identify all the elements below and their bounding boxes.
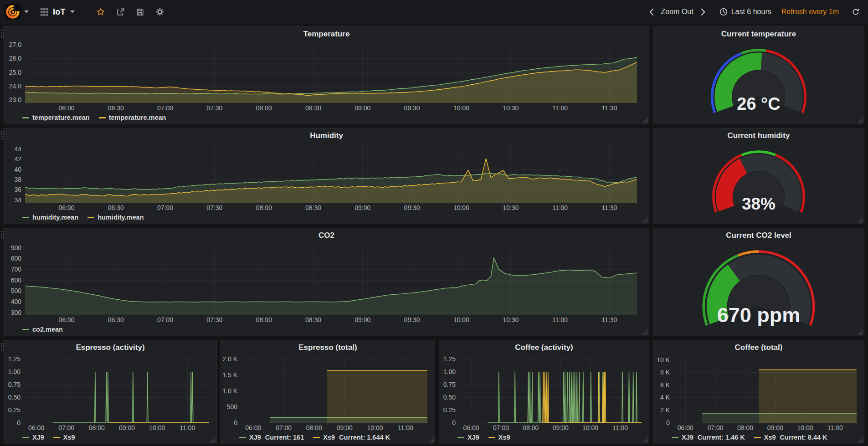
svg-text:08:30: 08:30 [305, 104, 321, 112]
panel-humidity: Humidity 06:0006:3007:0007:3008:0008:300… [4, 128, 649, 224]
panel-title-temperature[interactable]: Temperature [4, 27, 649, 39]
save-button[interactable] [135, 7, 145, 17]
svg-text:1.00: 1.00 [443, 368, 456, 375]
refresh-interval-picker[interactable]: Refresh every 1m [781, 7, 840, 17]
panel-title-current-humidity[interactable]: Current humidity [653, 128, 864, 141]
svg-text:10:00: 10:00 [582, 424, 598, 431]
gauge-current-temperature[interactable]: 26 °C [653, 39, 864, 124]
panel-title-espresso-activity[interactable]: Espresso (activity) [4, 340, 216, 353]
svg-text:0.75: 0.75 [8, 381, 21, 388]
legend-series-marker [313, 437, 320, 438]
navbar: IoT [0, 0, 868, 24]
chart-coffee-activity[interactable]: 06:0007:0008:0009:0010:0011:0000.250.500… [439, 353, 649, 432]
gauge-current-humidity[interactable]: 38% [653, 141, 864, 224]
svg-text:0.50: 0.50 [8, 394, 21, 401]
refresh-interval-label: Refresh every 1m [781, 8, 839, 16]
legend-item-Xs9[interactable]: Xs9Current: 1.644 K [313, 434, 390, 441]
dashboard-picker[interactable]: IoT [33, 0, 86, 24]
svg-text:24.0: 24.0 [9, 82, 21, 90]
chart-espresso-activity[interactable]: 06:0007:0008:0009:0010:0011:0000.250.500… [4, 353, 216, 432]
zoom-out-left-button[interactable] [648, 7, 655, 17]
svg-text:10:30: 10:30 [503, 316, 519, 323]
svg-text:1.00: 1.00 [8, 368, 21, 375]
svg-text:0: 0 [234, 419, 237, 426]
svg-text:07:00: 07:00 [493, 424, 509, 431]
legend-item-temperature.mean[interactable]: temperature.mean [22, 114, 90, 121]
dashboard-actions [86, 6, 165, 17]
legend-item-humidity.mean[interactable]: humidity.mean [87, 214, 144, 221]
legend-series-label: Xs9 [63, 434, 75, 441]
legend-item-XJ9[interactable]: XJ9Current: 161 [239, 434, 304, 441]
legend-item-Xs9[interactable]: Xs9 [488, 434, 510, 441]
svg-text:10:00: 10:00 [367, 424, 383, 431]
legend-series-label: temperature.mean [32, 114, 90, 121]
svg-text:26.0: 26.0 [9, 55, 21, 62]
panel-title-current-temperature[interactable]: Current temperature [653, 27, 864, 39]
svg-text:23.0: 23.0 [9, 96, 21, 103]
legend-series-label: Xs9 [764, 434, 776, 441]
svg-text:10:00: 10:00 [797, 424, 813, 431]
refresh-button[interactable] [851, 7, 861, 17]
star-button[interactable] [95, 6, 106, 17]
legend-espresso-activity: XJ9Xs9 [22, 432, 213, 442]
legend-series-marker [754, 437, 761, 438]
legend-item-Xs9[interactable]: Xs9 [53, 434, 75, 441]
share-button[interactable] [115, 7, 126, 17]
chart-espresso-total[interactable]: 06:0007:0008:0009:0010:0011:0005001.0 K1… [221, 353, 435, 432]
legend-item-XJ9[interactable]: XJ9Current: 1.46 K [672, 434, 745, 441]
legend-item-Xs9[interactable]: Xs9Current: 8.44 K [754, 434, 827, 441]
legend-series-label: Xs9 [498, 434, 510, 441]
svg-text:09:30: 09:30 [404, 104, 420, 112]
svg-text:08:00: 08:00 [256, 104, 272, 112]
legend-item-XJ9[interactable]: XJ9 [22, 434, 44, 441]
svg-text:0.25: 0.25 [443, 406, 456, 414]
gear-icon [155, 7, 164, 16]
grafana-logo-button[interactable] [0, 0, 33, 24]
svg-text:11:30: 11:30 [601, 104, 617, 112]
legend-coffee-activity: XJ9Xs9 [457, 432, 645, 442]
time-range-picker[interactable]: Last 6 hours [719, 7, 772, 17]
panel-title-current-co2[interactable]: Current CO2 level [653, 228, 864, 241]
svg-text:07:00: 07:00 [276, 424, 292, 431]
chevron-left-icon [649, 8, 654, 16]
zoom-out-button[interactable]: Zoom Out [660, 7, 694, 17]
legend-item-temperature.mean[interactable]: temperature.mean [99, 114, 166, 121]
gauge-current-co2[interactable]: 670 ppm [653, 241, 864, 336]
svg-text:10:30: 10:30 [503, 104, 519, 112]
panel-title-co2[interactable]: CO2 [4, 228, 649, 241]
svg-text:0.75: 0.75 [443, 381, 456, 388]
chart-coffee-total[interactable]: 06:0007:0008:0009:0010:0011:0002 K4 K6 K… [653, 353, 864, 432]
panel-title-humidity[interactable]: Humidity [4, 128, 649, 141]
legend-series-marker [22, 437, 29, 438]
legend-series-label: XJ9 [249, 434, 261, 441]
chart-humidity[interactable]: 06:0006:3007:0007:3008:0008:3009:0009:30… [4, 141, 649, 212]
svg-text:06:00: 06:00 [58, 316, 74, 323]
svg-text:09:00: 09:00 [337, 424, 353, 431]
settings-button[interactable] [154, 6, 165, 17]
panel-title-espresso-total[interactable]: Espresso (total) [221, 340, 435, 353]
legend-co2: co2.mean [22, 324, 645, 334]
panel-title-coffee-activity[interactable]: Coffee (activity) [439, 340, 649, 353]
svg-text:0: 0 [452, 419, 456, 426]
legend-item-XJ9[interactable]: XJ9 [457, 434, 479, 441]
svg-text:11:00: 11:00 [552, 104, 568, 112]
legend-item-humidity.mean[interactable]: humidity.mean [22, 214, 78, 221]
chart-co2[interactable]: 06:0006:3007:0007:3008:0008:3009:0009:30… [4, 241, 649, 324]
panel-current-humidity: Current humidity 38% [653, 128, 864, 224]
legend-item-co2.mean[interactable]: co2.mean [22, 326, 63, 333]
svg-text:08:00: 08:00 [89, 424, 105, 431]
legend-series-marker [22, 217, 29, 218]
legend-series-label: temperature.mean [109, 114, 166, 121]
panel-coffee-total: Coffee (total) 06:0007:0008:0009:0010:00… [653, 340, 864, 444]
panel-title-coffee-total[interactable]: Coffee (total) [653, 340, 864, 353]
chart-temperature[interactable]: 06:0006:3007:0007:3008:0008:3009:0009:30… [4, 39, 649, 112]
legend-humidity: humidity.meanhumidity.mean [22, 212, 645, 222]
svg-text:09:00: 09:00 [767, 424, 783, 431]
svg-text:900: 900 [11, 244, 22, 251]
svg-text:07:00: 07:00 [707, 424, 723, 431]
save-icon [136, 8, 144, 16]
caret-down-icon [24, 10, 29, 13]
svg-text:11:00: 11:00 [180, 424, 195, 431]
svg-text:10:00: 10:00 [149, 424, 165, 431]
zoom-out-right-button[interactable] [700, 7, 707, 17]
